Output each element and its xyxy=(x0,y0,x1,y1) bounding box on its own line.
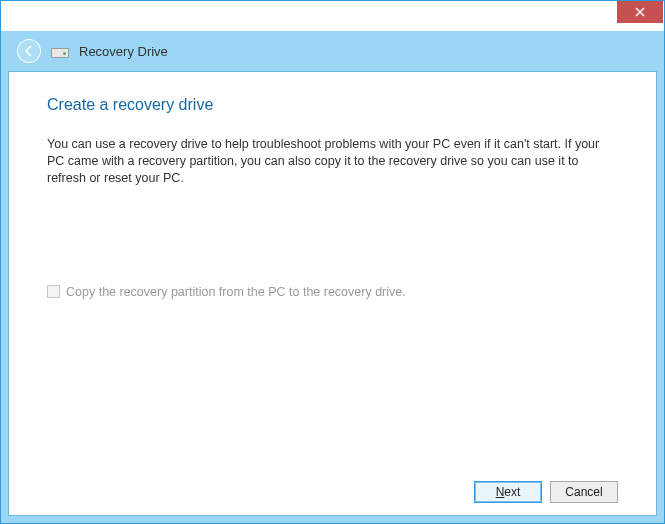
close-icon xyxy=(635,7,645,17)
copy-partition-option: Copy the recovery partition from the PC … xyxy=(47,285,618,299)
wizard-window: Recovery Drive Create a recovery drive Y… xyxy=(0,0,665,524)
arrow-left-icon xyxy=(22,44,36,58)
close-button[interactable] xyxy=(617,1,663,23)
page-title: Create a recovery drive xyxy=(47,96,618,114)
content-panel: Create a recovery drive You can use a re… xyxy=(8,71,657,516)
titlebar xyxy=(1,1,664,31)
content-wrap: Create a recovery drive You can use a re… xyxy=(1,71,664,523)
next-button-rest: ext xyxy=(504,485,520,499)
page-body-text: You can use a recovery drive to help tro… xyxy=(47,136,618,187)
footer-buttons: Next Cancel xyxy=(47,469,618,503)
header-bar: Recovery Drive xyxy=(1,31,664,71)
copy-partition-checkbox xyxy=(47,285,60,298)
copy-partition-label: Copy the recovery partition from the PC … xyxy=(66,285,406,299)
window-title: Recovery Drive xyxy=(79,44,168,59)
back-button[interactable] xyxy=(17,39,41,63)
drive-icon xyxy=(51,44,69,58)
next-button[interactable]: Next xyxy=(474,481,542,503)
spacer xyxy=(47,197,618,285)
cancel-button[interactable]: Cancel xyxy=(550,481,618,503)
